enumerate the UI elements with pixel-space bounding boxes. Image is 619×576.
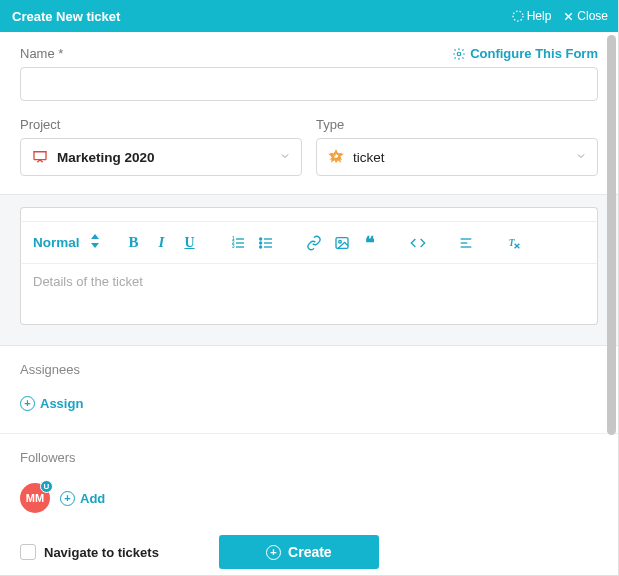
assign-label: Assign bbox=[40, 396, 83, 411]
align-button[interactable] bbox=[452, 229, 480, 257]
add-follower-button[interactable]: + Add bbox=[60, 491, 105, 506]
unordered-list-button[interactable] bbox=[252, 229, 280, 257]
help-button[interactable]: Help bbox=[512, 9, 552, 23]
configure-form-link[interactable]: Configure This Form bbox=[452, 46, 598, 61]
svg-point-24 bbox=[338, 240, 341, 243]
help-label: Help bbox=[527, 9, 552, 23]
description-placeholder: Details of the ticket bbox=[33, 274, 143, 289]
ticket-type-icon bbox=[327, 149, 345, 165]
presentation-icon bbox=[31, 149, 49, 165]
svg-point-21 bbox=[259, 242, 261, 244]
italic-button[interactable]: I bbox=[148, 229, 176, 257]
close-icon bbox=[563, 11, 574, 22]
svg-rect-4 bbox=[34, 152, 46, 160]
code-button[interactable] bbox=[404, 229, 432, 257]
project-label: Project bbox=[20, 117, 302, 132]
modal-footer: Navigate to tickets + Create bbox=[0, 521, 618, 575]
editor-toolbar: Normal B I U 123 bbox=[20, 221, 598, 263]
help-icon bbox=[512, 10, 524, 22]
type-label: Type bbox=[316, 117, 598, 132]
avatar-initials: MM bbox=[26, 492, 44, 504]
close-label: Close bbox=[577, 9, 608, 23]
followers-section: Followers MM U + Add bbox=[0, 434, 618, 521]
project-select[interactable]: Marketing 2020 bbox=[20, 138, 302, 176]
svg-point-22 bbox=[259, 246, 261, 248]
chevron-down-icon bbox=[575, 150, 587, 165]
type-value: ticket bbox=[353, 150, 575, 165]
underline-button[interactable]: U bbox=[176, 229, 204, 257]
editor-tab-strip bbox=[20, 207, 598, 221]
close-button[interactable]: Close bbox=[563, 9, 608, 23]
create-label: Create bbox=[288, 544, 332, 560]
plus-circle-icon: + bbox=[60, 491, 75, 506]
chevron-down-icon bbox=[279, 150, 291, 165]
svg-text:T: T bbox=[508, 237, 514, 247]
navigate-checkbox-row[interactable]: Navigate to tickets bbox=[20, 544, 159, 560]
svg-marker-9 bbox=[91, 234, 99, 239]
clear-format-button[interactable]: T bbox=[500, 229, 528, 257]
svg-point-3 bbox=[457, 52, 461, 56]
bold-button[interactable]: B bbox=[120, 229, 148, 257]
name-input[interactable] bbox=[20, 67, 598, 101]
svg-marker-10 bbox=[91, 243, 99, 248]
svg-point-0 bbox=[513, 11, 523, 21]
modal-title: Create New ticket bbox=[12, 9, 500, 24]
modal-header: Create New ticket Help Close bbox=[0, 0, 618, 32]
navigate-checkbox[interactable] bbox=[20, 544, 36, 560]
create-button[interactable]: + Create bbox=[219, 535, 379, 569]
svg-point-20 bbox=[259, 238, 261, 240]
plus-circle-icon: + bbox=[20, 396, 35, 411]
assignees-label: Assignees bbox=[20, 362, 598, 377]
blockquote-button[interactable]: ❝ bbox=[356, 229, 384, 257]
svg-text:3: 3 bbox=[232, 244, 235, 249]
configure-form-label: Configure This Form bbox=[470, 46, 598, 61]
sort-icon bbox=[90, 234, 100, 251]
modal-body: Name * Configure This Form Project bbox=[0, 32, 618, 575]
project-value: Marketing 2020 bbox=[57, 150, 279, 165]
follower-avatar[interactable]: MM U bbox=[20, 483, 50, 513]
description-editor: Normal B I U 123 bbox=[0, 194, 618, 346]
type-select[interactable]: ticket bbox=[316, 138, 598, 176]
ordered-list-button[interactable]: 123 bbox=[224, 229, 252, 257]
format-select[interactable]: Normal bbox=[33, 234, 106, 251]
name-label: Name * bbox=[20, 46, 63, 61]
avatar-badge: U bbox=[40, 480, 53, 493]
create-ticket-modal: Create New ticket Help Close Name * Conf… bbox=[0, 0, 619, 576]
followers-label: Followers bbox=[20, 450, 598, 465]
add-follower-label: Add bbox=[80, 491, 105, 506]
gear-icon bbox=[452, 47, 466, 61]
name-section: Name * Configure This Form Project bbox=[0, 32, 618, 194]
navigate-label: Navigate to tickets bbox=[44, 545, 159, 560]
image-button[interactable] bbox=[328, 229, 356, 257]
scrollbar-thumb[interactable] bbox=[607, 35, 616, 435]
assign-button[interactable]: + Assign bbox=[20, 396, 83, 411]
plus-circle-icon: + bbox=[266, 545, 281, 560]
format-label: Normal bbox=[33, 235, 80, 250]
assignees-section: Assignees + Assign bbox=[0, 346, 618, 434]
link-button[interactable] bbox=[300, 229, 328, 257]
scrollbar[interactable] bbox=[606, 32, 616, 573]
description-textarea[interactable]: Details of the ticket bbox=[20, 263, 598, 325]
